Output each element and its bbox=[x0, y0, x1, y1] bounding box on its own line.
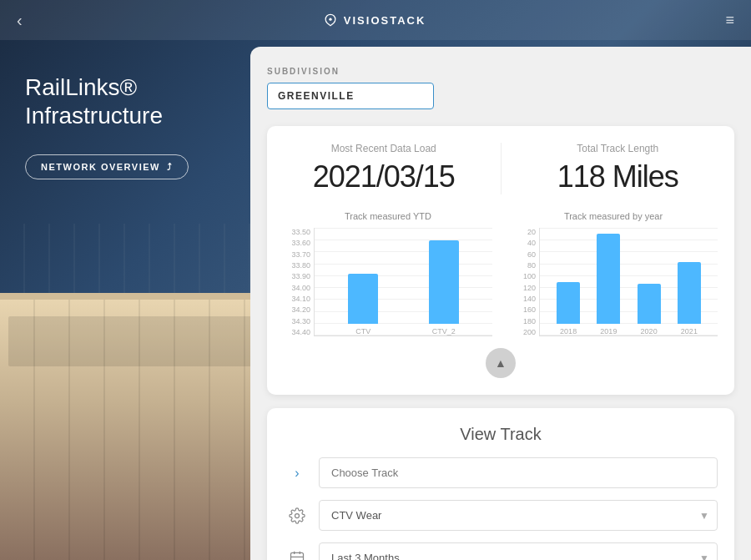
back-button[interactable]: ‹ bbox=[17, 11, 23, 30]
choose-track-input[interactable] bbox=[319, 457, 718, 488]
stats-divider bbox=[501, 143, 502, 194]
logo-icon bbox=[322, 12, 339, 28]
chart-year: Track measured by year 200 180 160 140 1… bbox=[509, 211, 718, 336]
app-title: RailLinks® Infrastructure bbox=[25, 73, 225, 129]
ctv-wear-select-wrapper: CTV Wear ▼ bbox=[319, 500, 718, 531]
view-track-title: View Track bbox=[284, 425, 718, 444]
bar-ctv2-rect bbox=[429, 240, 459, 324]
chart-year-area: 200 180 160 140 120 100 80 60 40 20 bbox=[509, 228, 718, 336]
menu-button[interactable]: ≡ bbox=[725, 13, 734, 28]
bar-2020: 2020 bbox=[638, 284, 661, 335]
svg-point-0 bbox=[329, 18, 331, 21]
stats-charts-card: Most Recent Data Load 2021/03/15 Total T… bbox=[267, 126, 734, 395]
chart-ytd: Track measured YTD 34.40 34.30 34.20 34.… bbox=[284, 211, 492, 336]
grid-lines bbox=[315, 228, 492, 335]
calendar-icon bbox=[284, 545, 310, 561]
ctv-wear-row: CTV Wear ▼ bbox=[284, 500, 718, 531]
bar-2018: 2018 bbox=[557, 282, 580, 335]
bar-2019-rect bbox=[597, 234, 620, 324]
chart-year-yaxis: 200 180 160 140 120 100 80 60 40 20 bbox=[509, 228, 539, 336]
bar-2018-label: 2018 bbox=[560, 327, 577, 335]
bar-ctv2-label: CTV_2 bbox=[432, 327, 456, 335]
right-panel: SUBDIVISION Most Recent Data Load 2021/0… bbox=[250, 47, 751, 560]
network-icon: ⤴ bbox=[167, 162, 174, 172]
bar-ctv-label: CTV bbox=[355, 327, 370, 335]
stats-row: Most Recent Data Load 2021/03/15 Total T… bbox=[284, 143, 718, 194]
bar-ctv2: CTV_2 bbox=[429, 240, 459, 335]
chart-ytd-bars: CTV CTV_2 bbox=[314, 228, 492, 336]
bar-2021: 2021 bbox=[678, 262, 701, 335]
chart-ytd-title: Track measured YTD bbox=[284, 211, 492, 221]
ctv-wear-select[interactable]: CTV Wear bbox=[319, 500, 718, 531]
left-panel: RailLinks® Infrastructure NETWORK OVERVI… bbox=[0, 40, 250, 560]
bar-ctv: CTV bbox=[348, 274, 378, 335]
data-load-label: Most Recent Data Load bbox=[284, 143, 484, 154]
bar-2019: 2019 bbox=[597, 234, 620, 335]
chart-year-title: Track measured by year bbox=[509, 211, 718, 221]
bar-2019-label: 2019 bbox=[600, 327, 617, 335]
scroll-up-button[interactable]: ▲ bbox=[486, 348, 516, 378]
period-row: Last 3 Months ▼ bbox=[284, 542, 718, 560]
bar-ctv-rect bbox=[348, 274, 378, 324]
settings-icon bbox=[284, 502, 310, 529]
chart-year-bars: 2018 2019 2020 2021 bbox=[539, 228, 718, 336]
chart-ytd-area: 34.40 34.30 34.20 34.10 34.00 33.90 33.8… bbox=[284, 228, 492, 336]
chart-ytd-yaxis: 34.40 34.30 34.20 34.10 34.00 33.90 33.8… bbox=[284, 228, 314, 336]
bar-2018-rect bbox=[557, 282, 580, 324]
view-track-section: View Track › CTV Wear ▼ bbox=[267, 408, 734, 560]
bar-2020-label: 2020 bbox=[641, 327, 658, 335]
choose-track-row: › bbox=[284, 457, 718, 488]
charts-row: Track measured YTD 34.40 34.30 34.20 34.… bbox=[284, 211, 718, 336]
chevron-right-icon: › bbox=[284, 460, 310, 487]
track-length-value: 118 Miles bbox=[518, 159, 718, 194]
period-select[interactable]: Last 3 Months bbox=[319, 542, 718, 560]
period-select-wrapper: Last 3 Months ▼ bbox=[319, 542, 718, 560]
chevron-up-icon: ▲ bbox=[495, 356, 507, 370]
data-load-value: 2021/03/15 bbox=[284, 159, 484, 194]
bar-2021-rect bbox=[678, 262, 701, 324]
subdivision-input[interactable] bbox=[267, 83, 434, 109]
bar-2020-rect bbox=[638, 284, 661, 324]
bar-2021-label: 2021 bbox=[681, 327, 698, 335]
track-length-label: Total Track Length bbox=[518, 143, 718, 154]
scroll-up-container: ▲ bbox=[284, 348, 718, 378]
track-length-stat: Total Track Length 118 Miles bbox=[518, 143, 718, 194]
svg-point-1 bbox=[295, 513, 300, 517]
subdivision-label: SUBDIVISION bbox=[267, 67, 734, 76]
header: ‹ VISIOSTACK ≡ bbox=[0, 0, 751, 40]
logo-text: VISIOSTACK bbox=[344, 14, 426, 27]
logo: VISIOSTACK bbox=[322, 12, 426, 28]
data-load-stat: Most Recent Data Load 2021/03/15 bbox=[284, 143, 484, 194]
network-overview-button[interactable]: NETWORK OVERVIEW ⤴ bbox=[25, 154, 189, 179]
